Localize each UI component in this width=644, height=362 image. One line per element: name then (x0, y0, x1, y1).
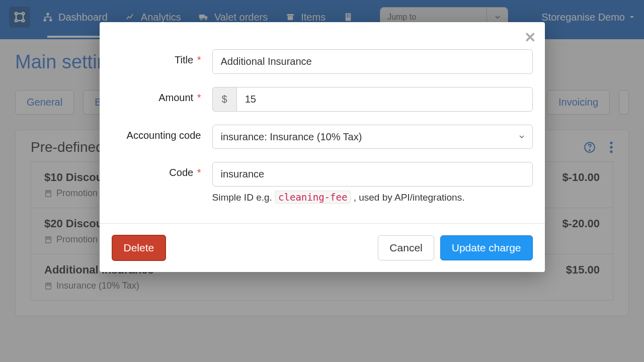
cancel-button[interactable]: Cancel (378, 235, 434, 260)
accounting-code-label: Accounting code (112, 125, 212, 141)
currency-addon: $ (212, 87, 236, 112)
accounting-code-select[interactable]: insurance: Insurance (10% Tax) (212, 125, 533, 149)
amount-input[interactable] (236, 87, 533, 112)
update-charge-button[interactable]: Update charge (440, 235, 533, 260)
code-label: Code * (112, 162, 212, 178)
modal-overlay: ✕ Title * Amount * $ (0, 0, 644, 362)
amount-label: Amount * (112, 87, 212, 104)
title-input[interactable] (212, 49, 533, 74)
edit-charge-modal: ✕ Title * Amount * $ (100, 22, 545, 272)
delete-button[interactable]: Delete (112, 235, 167, 261)
code-help-text: Simple ID e.g. cleaning-fee , used by AP… (212, 192, 533, 203)
close-icon[interactable]: ✕ (524, 29, 536, 46)
code-input[interactable] (212, 162, 533, 187)
title-label: Title * (112, 49, 212, 66)
